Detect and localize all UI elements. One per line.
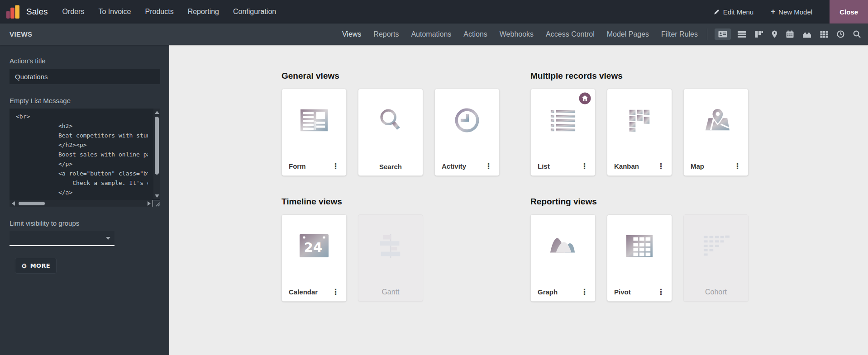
kebab-menu-icon[interactable]: ⋮ (578, 287, 591, 296)
horizontal-scrollbar[interactable] (10, 200, 153, 207)
kebab-menu-icon[interactable]: ⋮ (654, 287, 668, 296)
pivot-icon[interactable] (818, 29, 830, 39)
map-view-icon (684, 89, 748, 151)
kebab-menu-icon[interactable]: ⋮ (731, 161, 744, 170)
list-icon[interactable] (736, 29, 748, 39)
clock-icon[interactable] (835, 29, 846, 39)
graph-icon[interactable] (801, 29, 813, 39)
kanban-icon[interactable] (753, 29, 765, 39)
section-title: General views (281, 71, 500, 81)
section-multiple-records-views: Multiple records views (530, 71, 749, 176)
view-card-pivot[interactable]: Pivot ⋮ (607, 214, 672, 302)
card-label: Search (379, 163, 402, 170)
section-title: Reporting views (530, 197, 749, 207)
tab-automations[interactable]: Automations (411, 30, 451, 38)
more-button[interactable]: ⚙ MORE (15, 258, 57, 274)
scroll-left-arrow-icon[interactable] (12, 201, 15, 206)
scroll-right-arrow-icon[interactable] (148, 201, 151, 206)
form-icon[interactable] (715, 28, 731, 40)
view-card-list[interactable]: List ⋮ (530, 89, 596, 176)
view-card-map[interactable]: Map ⋮ (683, 89, 749, 176)
kebab-menu-icon[interactable]: ⋮ (482, 161, 495, 170)
new-model-button[interactable]: + New Model (771, 7, 812, 16)
card-label: Kanban (614, 162, 639, 170)
list-view-icon (531, 89, 595, 151)
action-title-input[interactable] (10, 69, 160, 84)
tab-model-pages[interactable]: Model Pages (607, 30, 649, 38)
app-brand[interactable]: Sales (0, 5, 54, 19)
card-label: Form (289, 162, 306, 170)
view-card-search[interactable]: Search (358, 89, 423, 176)
kebab-menu-icon[interactable]: ⋮ (578, 161, 591, 170)
section-title: Timeline views (281, 197, 500, 207)
view-card-graph[interactable]: Graph ⋮ (530, 214, 596, 302)
section-reporting-views: Reporting views Graph (530, 197, 749, 302)
page-title: VIEWS (10, 30, 32, 38)
view-card-cohort: Cohort (683, 214, 749, 302)
tab-access-control[interactable]: Access Control (546, 30, 595, 38)
tab-views[interactable]: Views (342, 30, 361, 38)
scroll-down-arrow-icon[interactable] (155, 194, 159, 198)
map-pin-icon[interactable] (770, 29, 779, 39)
main-navbar: Sales Orders To Invoice Products Reporti… (0, 0, 868, 24)
calendar-view-icon: 24 (282, 215, 346, 277)
menu-to-invoice[interactable]: To Invoice (98, 8, 131, 16)
view-card-calendar[interactable]: 24 Calendar ⋮ (281, 214, 347, 302)
view-card-kanban[interactable]: Kanban ⋮ (607, 89, 672, 176)
toolbar-separator (707, 28, 707, 40)
menu-configuration[interactable]: Configuration (233, 8, 276, 16)
activity-view-icon (435, 89, 499, 151)
groups-visibility-label: Limit visibility to groups (10, 219, 160, 227)
card-label: Cohort (705, 288, 727, 296)
vertical-scrollbar[interactable] (153, 109, 160, 200)
app-name[interactable]: Sales (26, 7, 48, 17)
menu-orders[interactable]: Orders (62, 8, 85, 16)
tab-actions[interactable]: Actions (463, 30, 487, 38)
close-studio-button[interactable]: Close (830, 0, 868, 24)
horizontal-scrollbar-thumb[interactable] (19, 202, 45, 205)
kebab-menu-icon[interactable]: ⋮ (329, 161, 342, 170)
menu-products[interactable]: Products (145, 8, 173, 16)
card-label: Calendar (289, 288, 318, 296)
chevron-down-icon (106, 237, 110, 240)
studio-sidebar: Action's title Empty List Message <br> <… (0, 45, 169, 355)
empty-list-message-code[interactable]: <br> <h2> Beat competitors with stunni <… (10, 109, 148, 197)
card-label: Activity (442, 162, 466, 170)
kebab-menu-icon[interactable]: ⋮ (329, 287, 342, 296)
search-view-icon (358, 89, 423, 151)
scroll-up-arrow-icon[interactable] (155, 111, 159, 114)
gear-icon: ⚙ (21, 263, 27, 269)
vertical-scrollbar-thumb[interactable] (155, 117, 159, 175)
section-title: Multiple records views (530, 71, 749, 81)
edit-menu-button[interactable]: Edit Menu (714, 8, 754, 16)
menu-reporting[interactable]: Reporting (188, 8, 219, 16)
gantt-view-icon (358, 215, 423, 277)
svg-text:24: 24 (304, 240, 322, 255)
view-card-form[interactable]: Form ⋮ (281, 89, 347, 176)
empty-list-message-editor[interactable]: <br> <h2> Beat competitors with stunni <… (10, 109, 160, 207)
pencil-icon (714, 9, 720, 15)
card-label: Gantt (382, 288, 399, 296)
sales-app-logo-icon (5, 5, 20, 19)
action-title-label: Action's title (10, 57, 160, 65)
view-card-activity[interactable]: Activity ⋮ (434, 89, 500, 176)
tab-filter-rules[interactable]: Filter Rules (661, 30, 698, 38)
card-label: Graph (538, 288, 558, 296)
calendar-icon[interactable] (784, 29, 796, 39)
kanban-view-icon (607, 89, 672, 151)
groups-select[interactable] (10, 231, 114, 246)
search-icon[interactable] (851, 29, 863, 39)
tab-webhooks[interactable]: Webhooks (500, 30, 534, 38)
kebab-menu-icon[interactable]: ⋮ (654, 161, 668, 170)
studio-toolbar: VIEWS Views Reports Automations Actions … (0, 24, 868, 45)
tab-reports[interactable]: Reports (373, 30, 399, 38)
section-general-views: General views Form ⋮ (281, 71, 500, 176)
top-actions: Edit Menu + New Model Close (714, 0, 868, 24)
resize-grip[interactable] (153, 200, 160, 207)
card-label: Map (691, 162, 704, 170)
form-view-icon (282, 89, 346, 151)
section-timeline-views: Timeline views 24 Calendar (281, 197, 500, 302)
plus-icon: + (771, 7, 775, 16)
card-label: Pivot (614, 288, 631, 296)
pivot-view-icon (607, 215, 672, 277)
